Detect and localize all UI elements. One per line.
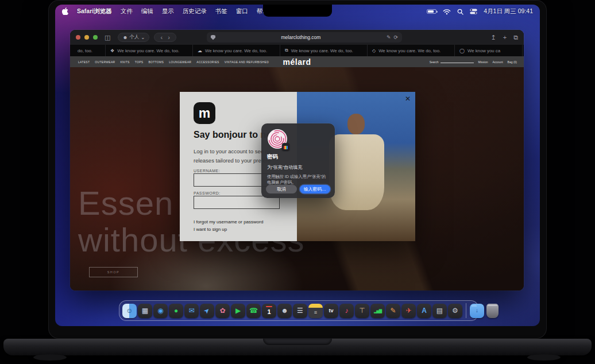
reload-icon[interactable]: ⟳: [393, 34, 398, 40]
dock-icon-glyph: ☰: [297, 307, 303, 314]
tab-1[interactable]: do, too.: [70, 45, 106, 56]
share-icon[interactable]: ↥: [490, 34, 496, 41]
lid-notch: [263, 339, 332, 345]
profile-label: 个人: [129, 34, 139, 41]
privacy-shield-icon[interactable]: [211, 35, 215, 40]
tab-bar: do, too. ❖ We know you care. We do, too.…: [70, 45, 524, 56]
sidebar-toggle-icon[interactable]: ◫: [105, 34, 110, 41]
dock-icon-glyph: ≡: [314, 310, 317, 315]
minimize-window-button[interactable]: [84, 35, 89, 40]
safari-icon[interactable]: ◉: [153, 304, 168, 318]
tab-2[interactable]: ❖ We know you care. We do, too.: [106, 45, 193, 56]
finder-icon[interactable]: ☺: [122, 304, 137, 318]
control-center-icon[interactable]: [470, 9, 477, 14]
forward-button[interactable]: ›: [166, 34, 172, 41]
photos-icon[interactable]: ✿: [215, 304, 230, 318]
menu-file[interactable]: 文件: [121, 7, 133, 16]
dialog-body: 使用触控 ID 或输入用户“张亮”的电脑账户密码。: [267, 174, 329, 185]
shop-button[interactable]: SHOP: [89, 267, 138, 277]
modal-body-text: Log in to your account to see ne release…: [194, 147, 271, 165]
downloads-folder-icon[interactable]: ↓: [470, 304, 484, 318]
safari-toolbar: ◫ ☻ 个人 ⌄ ‹ › melarclothing.com ✎: [70, 30, 524, 45]
touchid-dialog: 密码 为“张亮”自动填充 使用触控 ID 或输入用户“张亮”的电脑账户密码。 取…: [261, 123, 335, 198]
tab-4[interactable]: ⧉ We know you care. We do, too.: [280, 45, 368, 56]
tab-3[interactable]: ☁ We know you care. We do, too.: [193, 45, 280, 56]
back-button[interactable]: ‹: [159, 34, 164, 41]
site-mission-link[interactable]: Mission: [478, 60, 488, 64]
model-dress: [329, 134, 384, 210]
brand-m-logo: m: [194, 102, 215, 124]
macbook-base: [3, 339, 592, 355]
menu-app-name[interactable]: Safari浏览器: [77, 7, 112, 16]
notes-icon[interactable]: ≡: [308, 304, 323, 318]
cancel-button[interactable]: 取消: [266, 185, 297, 193]
mail-icon[interactable]: ✉: [184, 304, 199, 318]
forgot-credentials-link[interactable]: I forgot my username or password: [194, 218, 263, 226]
facetime-icon[interactable]: ▶: [231, 304, 245, 318]
tab-title: We know you care. We do, too.: [117, 48, 179, 53]
phone-icon[interactable]: ☎: [246, 304, 261, 318]
person-icon: ☻: [122, 34, 128, 40]
menu-clock[interactable]: 4月1日 周三 09:41: [484, 7, 533, 16]
keynote-icon[interactable]: ⊤: [355, 304, 369, 318]
app-store-icon[interactable]: A: [417, 304, 431, 318]
tab-title: do, too.: [78, 48, 92, 53]
model-head: [347, 114, 365, 134]
numbers-icon[interactable]: ▂▅▇: [370, 304, 385, 318]
menu-view[interactable]: 显示: [162, 7, 174, 16]
new-tab-icon[interactable]: +: [503, 34, 507, 41]
site-bag-link[interactable]: Bag (0): [508, 60, 517, 64]
close-window-button[interactable]: [76, 35, 80, 40]
profile-switcher[interactable]: ☻ 个人 ⌄: [118, 33, 149, 42]
apple-menu[interactable]: [62, 7, 68, 16]
password-label: PASSWORD:: [194, 191, 221, 195]
wifi-icon[interactable]: [443, 9, 451, 15]
dock-icon-glyph: ✎: [390, 307, 396, 314]
contacts-icon[interactable]: ☻: [277, 304, 292, 318]
zoom-window-button[interactable]: [93, 35, 98, 40]
macbook-screen-bezel: Safari浏览器 文件 编辑 显示 历史记录 书签 窗口 帮助 4月1日 周三…: [48, 0, 547, 339]
site-account-link[interactable]: Account: [493, 60, 503, 64]
tab-5[interactable]: ◇ We know you care. We do, too.: [368, 45, 455, 56]
url-text[interactable]: melarclothing.com: [215, 34, 387, 40]
sign-up-link[interactable]: I want to sign up: [194, 226, 263, 233]
battery-icon[interactable]: [427, 9, 436, 14]
site-search-link[interactable]: Search: [430, 60, 474, 64]
messages-icon[interactable]: ●: [169, 304, 183, 318]
preview-icon[interactable]: ▤: [432, 304, 447, 318]
trash-icon[interactable]: [486, 304, 499, 318]
tab-overview-icon[interactable]: ⧉: [513, 34, 518, 41]
maps-icon[interactable]: ➤: [200, 304, 214, 318]
droplet-favicon-icon: ◇: [372, 48, 376, 53]
menu-window[interactable]: 窗口: [236, 7, 248, 16]
music-icon[interactable]: ♪: [339, 304, 354, 318]
left-foot: [33, 354, 67, 361]
search-underline: [441, 60, 474, 63]
dock-icon-glyph: ☺: [126, 307, 133, 314]
site-header: LATEST OUTERWEAR KNITS TOPS BOTTOMS LOUN…: [70, 56, 524, 67]
menu-edit[interactable]: 编辑: [141, 7, 153, 16]
address-bar[interactable]: melarclothing.com ✎ ⟳: [207, 32, 402, 42]
tab-6[interactable]: ◯ We know you ca: [455, 45, 523, 56]
system-settings-icon[interactable]: ⚙: [448, 304, 462, 318]
enter-password-button[interactable]: 输入密码…: [300, 185, 331, 193]
menu-bookmarks[interactable]: 书签: [215, 7, 227, 16]
reminders-icon[interactable]: ☰: [293, 304, 307, 318]
calendar-icon[interactable]: 1: [262, 304, 276, 318]
dock-icon-glyph: ▦: [142, 307, 148, 314]
page-content: Essen without excess SHOP m Say bonjour …: [70, 67, 524, 291]
safari-window: ◫ ☻ 个人 ⌄ ‹ › melarclothing.com ✎: [70, 30, 524, 291]
close-icon[interactable]: ✕: [405, 95, 411, 103]
autofill-icon[interactable]: ✎: [387, 34, 391, 40]
dock-icon-glyph: ♪: [345, 307, 349, 314]
pages-icon[interactable]: ✎: [386, 304, 400, 318]
dock-icon-glyph: ◉: [157, 307, 163, 314]
username-label: USERNAME:: [194, 169, 220, 173]
chevron-down-icon: ⌄: [141, 34, 145, 40]
menu-history[interactable]: 历史记录: [183, 7, 207, 16]
rocket-icon[interactable]: ✈: [401, 304, 416, 318]
tab-title: We know you care. We do, too.: [291, 48, 353, 53]
launchpad-icon[interactable]: ▦: [138, 304, 152, 318]
tv-icon[interactable]: tv: [324, 304, 338, 318]
search-icon[interactable]: [457, 9, 463, 15]
